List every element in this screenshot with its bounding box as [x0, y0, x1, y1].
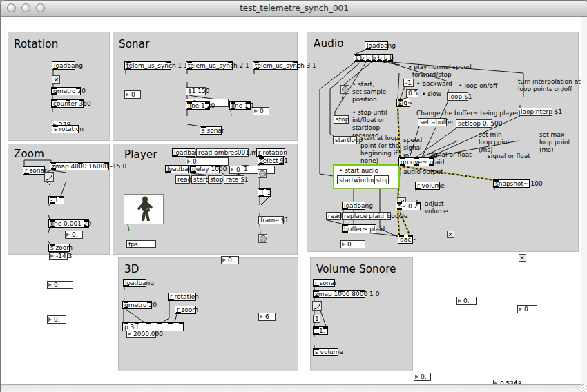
- object-p-3d[interactable]: p 3d: [122, 322, 184, 331]
- message-set-abuffer[interactable]: set abuffer: [418, 118, 447, 126]
- inlet-icon: [76, 87, 81, 89]
- number-0[interactable]: 0.: [414, 373, 431, 381]
- object-snapshot-100[interactable]: snapshot~ 100: [493, 179, 530, 188]
- object-line-1-1[interactable]: line 1 1: [229, 101, 251, 110]
- object-buffer-plaid[interactable]: buffer~ plaid: [342, 224, 376, 233]
- message-rate-1[interactable]: rate $1: [224, 175, 244, 184]
- object-1[interactable]: - 1.: [313, 326, 328, 335]
- object-telem-us-synch-3-1[interactable]: telem_us_synch 3 1: [253, 61, 298, 70]
- number-6[interactable]: 6: [258, 313, 276, 321]
- message-stop[interactable]: stop: [374, 175, 389, 184]
- message-1-150[interactable]: $1 150: [186, 87, 206, 95]
- bang-button-43[interactable]: [258, 169, 267, 178]
- message-read[interactable]: read: [326, 212, 341, 220]
- message-read[interactable]: read: [175, 175, 190, 184]
- number-0[interactable]: 0.: [47, 315, 66, 324]
- object-telem-us-synch-1-1[interactable]: telem_us_synch 1 1: [124, 61, 171, 70]
- number-0[interactable]: 0.: [47, 281, 73, 289]
- number-0[interactable]: 0.: [221, 256, 239, 264]
- object-line-0-001-20[interactable]: line 0.001 20: [48, 219, 89, 228]
- message-start[interactable]: start: [191, 175, 206, 184]
- bang-button-65[interactable]: [340, 85, 349, 94]
- object-groove-plaid[interactable]: groove~ plaid: [398, 157, 434, 166]
- object-s-zoom[interactable]: s zoom: [48, 244, 70, 252]
- message-setloop-0-500[interactable]: setloop 0. 500: [456, 119, 492, 128]
- message-1[interactable]: -1: [403, 79, 414, 87]
- message-stop[interactable]: stop: [334, 115, 349, 124]
- object-qmetro-20[interactable]: qmetro 20: [122, 301, 152, 309]
- object-loadbang[interactable]: loadbang: [172, 148, 195, 157]
- inlet-icon: [147, 301, 152, 303]
- inlet-icon: [266, 188, 271, 190]
- message-read-ombres001-mov[interactable]: read ombres001.mov: [196, 148, 249, 157]
- object-r-sonar[interactable]: r sonar: [313, 279, 335, 287]
- outlet-icon: [360, 60, 365, 62]
- curve-object-20[interactable]: [44, 172, 54, 182]
- message-loopinterp-1[interactable]: loopinterp $1: [519, 108, 552, 116]
- object-t-b-b-b-b-b-b[interactable]: t b b b b b b: [354, 54, 393, 62]
- number-0[interactable]: 0.: [340, 240, 365, 248]
- object-s-rotation[interactable]: s rotation: [52, 125, 79, 133]
- outlet-icon: [124, 285, 129, 287]
- number-0[interactable]: 0.: [517, 305, 537, 313]
- zoom-button-icon[interactable]: [36, 3, 45, 12]
- number-0[interactable]: 0: [253, 107, 269, 115]
- message-replace-plaid-boucle[interactable]: replace plaid_boucle: [342, 212, 391, 220]
- toggle-checkbox-73[interactable]: [447, 231, 454, 238]
- curve-object-56[interactable]: [312, 301, 322, 311]
- object-s-volume[interactable]: s volume: [313, 348, 338, 356]
- object-s-sonar[interactable]: s sonar: [200, 126, 222, 135]
- object-r-volume[interactable]: r volume: [415, 182, 440, 190]
- object-r-zoom[interactable]: r zoom: [175, 306, 196, 314]
- object-loadbang[interactable]: loadbang: [52, 61, 75, 70]
- video-preview-38[interactable]: [124, 194, 164, 224]
- object-r-sonar[interactable]: r sonar: [23, 166, 45, 175]
- object-loadbang[interactable]: loadbang: [123, 279, 146, 287]
- object-0-2[interactable]: *~ 0.2: [396, 202, 421, 210]
- minimize-button-icon[interactable]: [21, 3, 30, 12]
- bang-button-47[interactable]: [258, 234, 267, 243]
- message-stop[interactable]: stop: [208, 175, 222, 184]
- object-loadbang[interactable]: loadbang: [165, 165, 189, 173]
- message-loop-1[interactable]: loop $1: [447, 92, 468, 101]
- object-select-91[interactable]: select 91: [258, 157, 284, 165]
- message-startloop[interactable]: startloop: [333, 136, 357, 144]
- patch-canvas[interactable]: RotationSonarAudioZoomPlayer3DVolume Son…: [1, 17, 581, 384]
- toggle-checkbox-77[interactable]: [519, 254, 526, 262]
- horizontal-scrollbar[interactable]: [1, 384, 581, 392]
- object-sig[interactable]: sig~: [396, 99, 410, 107]
- number-0[interactable]: 0.: [456, 297, 477, 305]
- message-1[interactable]: 1: [313, 315, 320, 323]
- box-label: snapshot~ 100: [495, 180, 543, 187]
- inlet-icon: [246, 101, 251, 104]
- inlet-icon: [398, 99, 403, 101]
- object-counter-360[interactable]: counter 360: [51, 99, 84, 108]
- toggle-checkbox-1[interactable]: [52, 75, 60, 84]
- object-1[interactable]: + 1: [258, 188, 271, 197]
- object-delay-1000[interactable]: delay 1000: [190, 165, 220, 173]
- object-qmetro-20[interactable]: qmetro 20: [51, 87, 81, 95]
- close-button-icon[interactable]: [7, 3, 16, 12]
- message-1[interactable]: 1: [242, 165, 249, 173]
- object-zmap-4000-16000-15-0[interactable]: zmap 4000 16000 -15 0: [50, 162, 109, 170]
- object-zmap-1000-8000-1-0[interactable]: zmap 1000 8000 1 0: [313, 290, 365, 298]
- object-loadbang[interactable]: loadbang: [342, 202, 365, 210]
- message-startwindow[interactable]: startwindow: [337, 175, 372, 184]
- number-0[interactable]: 0: [124, 90, 141, 99]
- number-14-3[interactable]: -14.3: [49, 252, 68, 260]
- object-r-rotation[interactable]: r rotation: [168, 293, 196, 301]
- object-line-1-20[interactable]: line 1 20: [186, 101, 210, 110]
- object-r-rotation[interactable]: r rotation: [256, 148, 285, 157]
- number-0[interactable]: 0.: [65, 231, 83, 239]
- message-0-5[interactable]: 0.5: [406, 89, 418, 97]
- object-loadbang[interactable]: loadbang: [365, 41, 388, 50]
- object-1[interactable]: - 1.: [48, 196, 64, 204]
- message-frame-1[interactable]: frame $1: [258, 216, 284, 224]
- vertical-scrollbar[interactable]: [581, 17, 587, 384]
- resize-grip-icon[interactable]: [581, 384, 587, 392]
- message-fps[interactable]: fps: [126, 240, 156, 248]
- object-dac[interactable]: dac~: [398, 235, 413, 244]
- window-titlebar[interactable]: test_telemetre_synch_001: [1, 1, 587, 17]
- object-telem-us-synch-2-1[interactable]: telem_us_synch 2 1: [186, 61, 233, 70]
- number-0[interactable]: 0: [229, 166, 275, 174]
